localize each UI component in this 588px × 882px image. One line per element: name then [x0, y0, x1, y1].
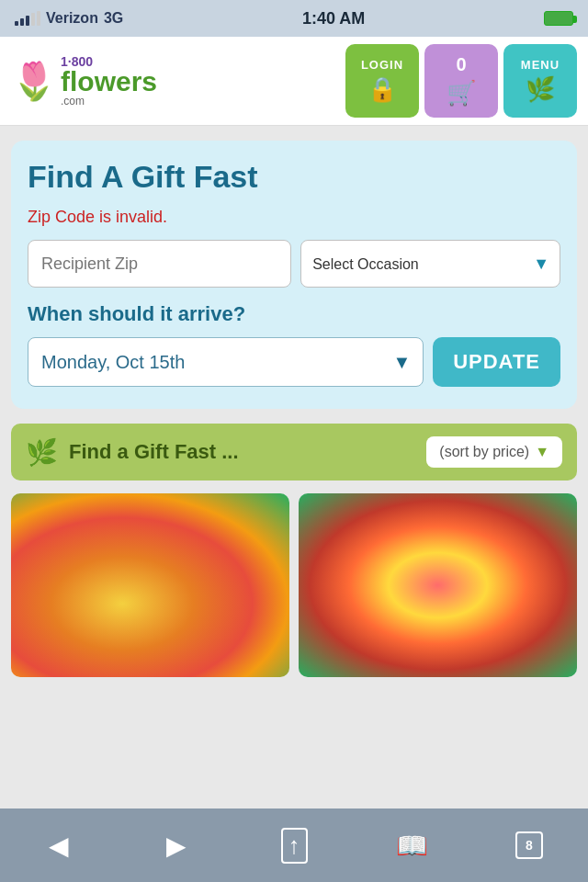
update-button[interactable]: UPDATE	[433, 337, 560, 387]
cart-count: 0	[456, 54, 466, 75]
battery-icon	[544, 11, 573, 26]
tabs-icon: 8	[515, 831, 543, 859]
share-icon: ↑	[281, 828, 308, 864]
occasion-select[interactable]: Select Occasion Birthday Anniversary Get…	[300, 240, 560, 288]
lock-icon: 🔒	[368, 75, 397, 104]
tabs-button[interactable]: 8	[502, 818, 557, 873]
login-button[interactable]: LOGIN 🔒	[345, 44, 419, 118]
back-button[interactable]: ◀	[31, 818, 86, 873]
arrive-label: When should it arrive?	[28, 302, 560, 326]
forward-button[interactable]: ▶	[149, 818, 204, 873]
date-update-row: Monday, Oct 15th Tuesday, Oct 16th Wedne…	[28, 337, 560, 387]
tabs-count: 8	[526, 838, 533, 853]
flower-card-1[interactable]	[11, 493, 289, 677]
gift-bar-text: Find a Gift Fast ...	[69, 440, 415, 464]
gift-bar-leaf-icon: 🌿	[26, 437, 58, 468]
logo-text: 1·800 flowers .com	[61, 55, 157, 107]
zip-input[interactable]	[28, 240, 291, 288]
status-carrier: Verizon 3G	[15, 10, 123, 27]
flame-icon: 🌿	[526, 75, 555, 104]
login-label: LOGIN	[361, 58, 403, 72]
menu-button[interactable]: MENU 🌿	[503, 44, 577, 118]
date-select[interactable]: Monday, Oct 15th Tuesday, Oct 16th Wedne…	[28, 337, 424, 387]
forward-icon: ▶	[166, 831, 187, 861]
flower-card-2[interactable]	[299, 493, 577, 677]
main-content: Find A Gift Fast Zip Code is invalid. Se…	[0, 126, 588, 692]
status-time: 1:40 AM	[302, 9, 365, 28]
share-button[interactable]: ↑	[266, 818, 322, 873]
header: 🌷 1·800 flowers .com LOGIN 🔒 0 🛒 MENU 🌿	[0, 37, 588, 126]
zip-error-message: Zip Code is invalid.	[28, 208, 560, 227]
flower-grid	[11, 493, 577, 677]
header-buttons: LOGIN 🔒 0 🛒 MENU 🌿	[345, 44, 577, 118]
back-icon: ◀	[49, 831, 69, 861]
zip-occasion-row: Select Occasion Birthday Anniversary Get…	[28, 240, 560, 288]
occasion-wrapper: Select Occasion Birthday Anniversary Get…	[300, 240, 560, 288]
flower-logo-icon: 🌷	[11, 62, 57, 99]
menu-label: MENU	[521, 58, 560, 72]
carrier-name: Verizon	[46, 10, 98, 27]
cart-icon: 🛒	[447, 79, 476, 107]
sort-button[interactable]: (sort by price) ▼	[426, 436, 562, 468]
gift-finder-title: Find A Gift Fast	[28, 159, 560, 195]
bookmarks-icon: 📖	[396, 831, 428, 861]
network-type: 3G	[104, 10, 123, 27]
logo-flowers: flowers	[61, 68, 157, 96]
sort-label: (sort by price)	[439, 444, 529, 460]
sort-chevron-down-icon: ▼	[535, 444, 549, 460]
bookmarks-button[interactable]: 📖	[384, 818, 439, 873]
signal-bars-icon	[15, 11, 40, 26]
bottom-nav: ◀ ▶ ↑ 📖 8	[0, 808, 588, 882]
logo: 🌷 1·800 flowers .com	[11, 55, 157, 107]
date-wrapper: Monday, Oct 15th Tuesday, Oct 16th Wedne…	[28, 337, 424, 387]
gift-finder-card: Find A Gift Fast Zip Code is invalid. Se…	[11, 141, 577, 409]
gift-bar: 🌿 Find a Gift Fast ... (sort by price) ▼	[11, 424, 577, 481]
cart-button[interactable]: 0 🛒	[424, 44, 498, 118]
status-bar: Verizon 3G 1:40 AM	[0, 0, 588, 37]
logo-com: .com	[61, 96, 157, 107]
